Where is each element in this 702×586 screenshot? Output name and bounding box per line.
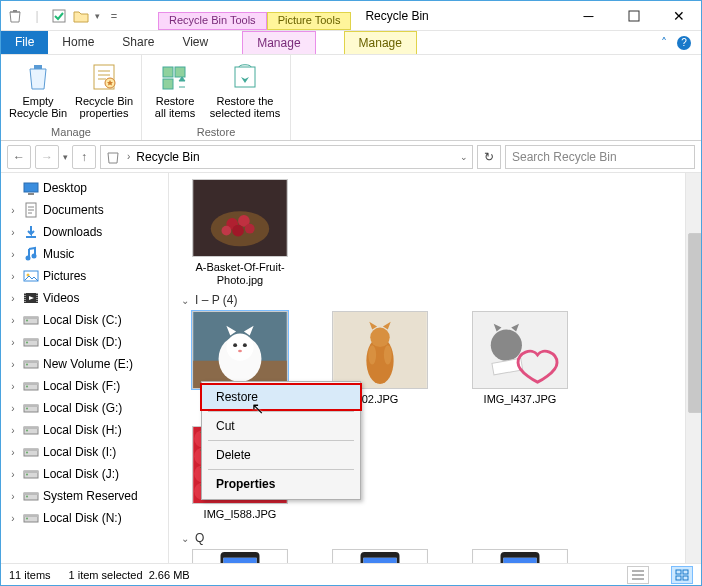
nav-item[interactable]: ›Local Disk (J:) <box>1 463 168 485</box>
properties-icon <box>88 61 120 93</box>
tab-file[interactable]: File <box>1 31 48 54</box>
nav-item[interactable]: ›Downloads <box>1 221 168 243</box>
tab-share[interactable]: Share <box>108 31 168 54</box>
context-restore[interactable]: Restore <box>200 383 362 411</box>
close-button[interactable]: ✕ <box>656 1 701 30</box>
nav-back-button[interactable]: ← <box>7 145 31 169</box>
qat-folder-icon[interactable] <box>73 8 89 24</box>
svg-rect-5 <box>175 67 185 77</box>
drive-icon <box>23 444 39 460</box>
tab-manage-recycle[interactable]: Manage <box>242 31 315 54</box>
help-icon[interactable]: ? <box>677 36 691 50</box>
maximize-button[interactable] <box>611 1 656 30</box>
file-item[interactable]: IMG_I437.JPG <box>465 311 575 406</box>
qat-checkbox-icon[interactable] <box>51 8 67 24</box>
vertical-scrollbar[interactable] <box>685 173 701 563</box>
breadcrumb-chevron[interactable]: › <box>127 151 130 162</box>
nav-item[interactable]: ›Local Disk (H:) <box>1 419 168 441</box>
nav-item[interactable]: ›Local Disk (G:) <box>1 397 168 419</box>
tab-manage-picture[interactable]: Manage <box>344 31 417 54</box>
search-input[interactable]: Search Recycle Bin <box>505 145 695 169</box>
address-bar[interactable]: › Recycle Bin ⌄ <box>100 145 473 169</box>
expand-icon[interactable]: › <box>7 205 19 216</box>
expand-icon[interactable]: › <box>7 403 19 414</box>
scrollbar-thumb[interactable] <box>688 233 701 413</box>
drive-icon <box>23 400 39 416</box>
nav-item[interactable]: ›Pictures <box>1 265 168 287</box>
context-cut[interactable]: Cut <box>202 414 360 438</box>
expand-icon[interactable]: › <box>7 293 19 304</box>
expand-icon[interactable]: › <box>7 337 19 348</box>
navigation-pane[interactable]: Desktop›Documents›Downloads›Music›Pictur… <box>1 173 169 563</box>
svg-point-64 <box>384 345 392 364</box>
expand-icon[interactable]: › <box>7 315 19 326</box>
nav-item[interactable]: ›System Reserved <box>1 485 168 507</box>
nav-item[interactable]: ›Local Disk (F:) <box>1 375 168 397</box>
address-recycle-icon <box>105 149 121 165</box>
contextual-tab-picture[interactable]: Picture Tools <box>267 12 352 30</box>
address-dropdown-icon[interactable]: ⌄ <box>460 152 468 162</box>
qat-equals-icon[interactable]: = <box>106 8 122 24</box>
context-delete[interactable]: Delete <box>202 443 360 467</box>
group-header-q[interactable]: ⌄ Q <box>181 531 701 545</box>
group-header-ip[interactable]: ⌄ I – P (4) <box>181 293 701 307</box>
expand-icon[interactable]: › <box>7 469 19 480</box>
file-item[interactable]: A-Basket-Of-Fruit-Photo.jpg <box>185 179 295 287</box>
nav-item[interactable]: ›Local Disk (C:) <box>1 309 168 331</box>
ribbon-restore-all[interactable]: Restore all items <box>148 59 202 124</box>
nav-item[interactable]: ›Local Disk (I:) <box>1 441 168 463</box>
group-header-label: Q <box>195 531 204 545</box>
expand-icon[interactable]: › <box>7 359 19 370</box>
expand-icon[interactable]: › <box>7 381 19 392</box>
collapse-ribbon-icon[interactable]: ˄ <box>661 36 667 50</box>
expand-icon[interactable]: › <box>7 271 19 282</box>
expand-icon[interactable]: › <box>7 513 19 524</box>
file-item[interactable]: Screenshot_2019-06-13-22-56-15.png <box>465 549 575 563</box>
nav-item[interactable]: ›Local Disk (D:) <box>1 331 168 353</box>
content-pane[interactable]: A-Basket-Of-Fruit-Photo.jpg ⌄ I – P (4) … <box>169 173 701 563</box>
breadcrumb-location[interactable]: Recycle Bin <box>136 150 199 164</box>
nav-item[interactable]: ›New Volume (E:) <box>1 353 168 375</box>
contextual-tab-recycle[interactable]: Recycle Bin Tools <box>158 12 267 30</box>
file-thumbnail <box>192 311 288 389</box>
drive-icon <box>23 466 39 482</box>
nav-item[interactable]: Desktop <box>1 177 168 199</box>
nav-forward-button[interactable]: → <box>35 145 59 169</box>
file-item[interactable]: Screenshot_2019-06-13-22-56-05.png <box>325 549 435 563</box>
svg-rect-39 <box>24 471 38 473</box>
expand-icon[interactable]: › <box>7 491 19 502</box>
refresh-button[interactable]: ↻ <box>477 145 501 169</box>
expand-icon[interactable]: › <box>7 249 19 260</box>
ribbon-empty-recycle-bin[interactable]: Empty Recycle Bin <box>7 59 69 124</box>
view-thumbnails-button[interactable] <box>671 566 693 584</box>
expand-icon[interactable]: › <box>7 447 19 458</box>
expand-icon[interactable]: › <box>7 425 19 436</box>
file-item[interactable]: Screenshot_2019-06-13-22-44-51.png <box>185 549 295 563</box>
svg-point-38 <box>26 474 28 476</box>
view-details-button[interactable] <box>627 566 649 584</box>
nav-item[interactable]: ›Documents <box>1 199 168 221</box>
context-properties[interactable]: Properties <box>202 472 360 496</box>
tab-view[interactable]: View <box>168 31 222 54</box>
expand-icon[interactable]: › <box>7 227 19 238</box>
nav-item-label: Videos <box>43 291 79 305</box>
nav-up-button[interactable]: ↑ <box>72 145 96 169</box>
nav-item-label: Pictures <box>43 269 86 283</box>
qat-divider: | <box>29 8 45 24</box>
qat-dropdown-icon[interactable]: ▾ <box>95 11 100 21</box>
nav-recent-dropdown[interactable]: ▾ <box>63 152 68 162</box>
desktop-icon <box>23 180 39 196</box>
svg-rect-18 <box>24 317 38 319</box>
minimize-button[interactable]: ─ <box>566 1 611 30</box>
context-separator <box>208 469 354 470</box>
nav-item[interactable]: ›Music <box>1 243 168 265</box>
svg-point-17 <box>26 320 28 322</box>
file-name-label: 02.JPG <box>362 393 399 406</box>
ribbon-recycle-bin-properties[interactable]: Recycle Bin properties <box>73 59 135 124</box>
tab-home[interactable]: Home <box>48 31 108 54</box>
drive-icon <box>23 334 39 350</box>
nav-item[interactable]: ›Local Disk (N:) <box>1 507 168 529</box>
ribbon-restore-selected[interactable]: Restore the selected items <box>206 59 284 124</box>
nav-item[interactable]: ›Videos <box>1 287 168 309</box>
nav-item-label: Music <box>43 247 74 261</box>
